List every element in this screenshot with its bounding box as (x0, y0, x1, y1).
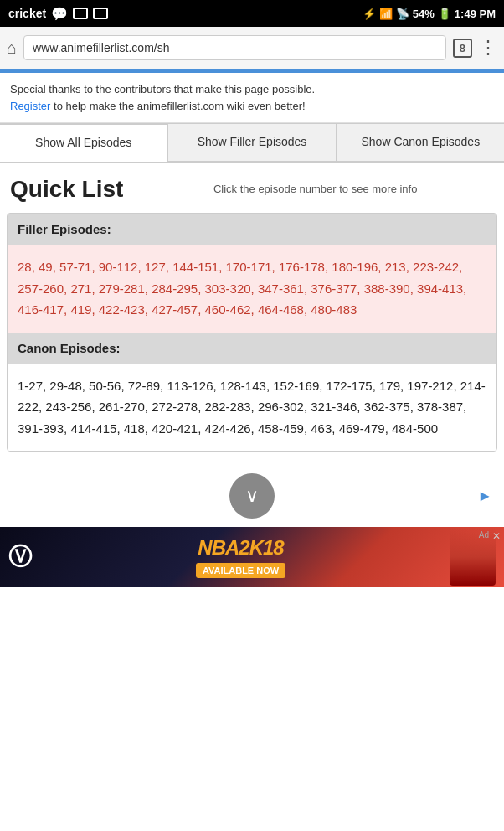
info-suffix: to help make the animefillerlist.com wik… (50, 100, 305, 112)
quick-list-hint: Click the episode number to see more inf… (136, 182, 494, 197)
battery-icon: 🔋 (438, 8, 451, 20)
status-left: cricket 💬 (8, 6, 108, 22)
register-link[interactable]: Register (10, 100, 50, 112)
info-banner: Special thanks to the contributors that … (0, 73, 504, 123)
messenger-icon: 💬 (51, 6, 68, 22)
tab-count[interactable]: 8 (453, 39, 472, 58)
url-bar[interactable]: www.animefillerlist.com/sh (23, 35, 446, 60)
wifi-icon: 📶 (379, 8, 393, 20)
scroll-down-button[interactable]: ∨ (229, 473, 275, 519)
ad-arrow-icon: ► (477, 488, 492, 505)
filler-section-header: Filler Episodes: (8, 214, 496, 245)
chevron-down-icon: ∨ (245, 485, 259, 507)
episode-list-container: Filler Episodes: 28, 49, 57-71, 90-112, … (7, 213, 497, 452)
signal-icon: 📡 (396, 8, 409, 20)
tab-show-all[interactable]: Show All Episodes (0, 123, 167, 162)
playstation-logo: Ⓥ (8, 541, 32, 573)
tab-show-filler[interactable]: Show Filler Episodes (167, 123, 336, 162)
menu-icon[interactable]: ⋮ (479, 37, 497, 59)
tabs-row: Show All Episodes Show Filler Episodes S… (0, 123, 504, 163)
battery-label: 54% (413, 8, 435, 20)
canon-section-header: Canon Episodes: (8, 333, 496, 364)
ad-label: Ad (479, 530, 489, 539)
bluetooth-icon: ⚡ (363, 8, 376, 20)
window-icon-1 (73, 8, 88, 19)
info-text: Special thanks to the contributors that … (10, 83, 315, 95)
filler-episodes-list[interactable]: 28, 49, 57-71, 90-112, 127, 144-151, 170… (8, 245, 496, 333)
scroll-row: ∨ ► (0, 462, 504, 527)
status-bar: cricket 💬 ⚡ 📶 📡 54% 🔋 1:49 PM (0, 0, 504, 27)
ad-close-icon[interactable]: ✕ (492, 530, 501, 542)
nba-logo: NBA2K18 (198, 536, 283, 560)
time-label: 1:49 PM (455, 8, 496, 20)
tab-show-canon[interactable]: Show Canon Episodes (337, 123, 504, 162)
carrier-label: cricket (8, 7, 46, 20)
ad-available-label: AVAILABLE NOW (196, 563, 285, 578)
browser-bar: ⌂ www.animefillerlist.com/sh 8 ⋮ (0, 27, 504, 70)
status-right: ⚡ 📶 📡 54% 🔋 1:49 PM (363, 8, 496, 20)
home-icon[interactable]: ⌂ (7, 39, 17, 58)
ad-content: NBA2K18 AVAILABLE NOW (196, 536, 285, 578)
window-icon-2 (93, 8, 108, 19)
ad-banner[interactable]: ✕ Ad Ⓥ NBA2K18 AVAILABLE NOW (0, 527, 504, 587)
quick-list-header: Quick List Click the episode number to s… (0, 163, 504, 213)
quick-list-title: Quick List (10, 176, 123, 203)
canon-episodes-list[interactable]: 1-27, 29-48, 50-56, 72-89, 113-126, 128-… (8, 364, 496, 452)
url-text: www.animefillerlist.com/sh (33, 41, 169, 54)
